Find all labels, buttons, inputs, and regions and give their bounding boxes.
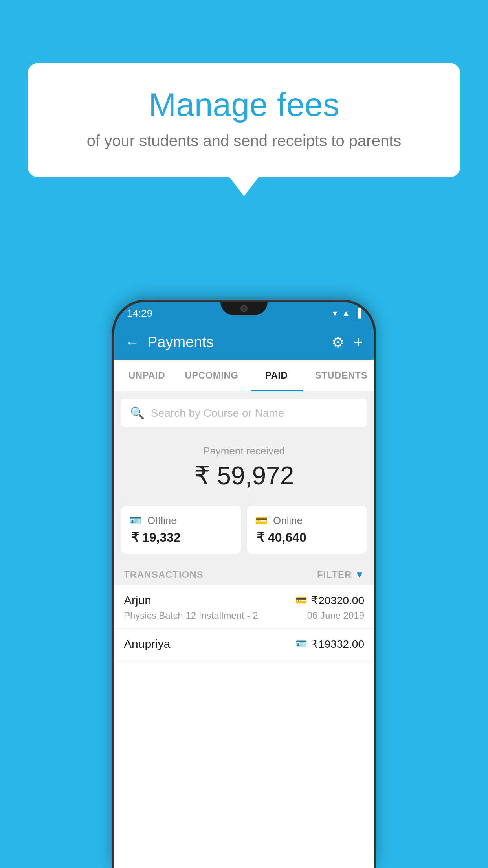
transaction-row1: Anupriya 🪪 ₹19332.00 xyxy=(124,637,364,651)
online-amount: ₹ 40,640 xyxy=(255,530,306,545)
wifi-icon: ▾ xyxy=(333,308,337,318)
search-bar[interactable]: 🔍 Search by Course or Name xyxy=(121,399,367,427)
status-bar: 14:29 ▾ ▲ ▐ xyxy=(114,302,374,325)
filter-icon: ▼ xyxy=(355,569,364,580)
course-info: Physics Batch 12 Installment - 2 xyxy=(124,610,258,621)
search-icon: 🔍 xyxy=(130,406,145,420)
cash-icon: 🪪 xyxy=(295,638,307,649)
transaction-date: 06 June 2019 xyxy=(307,610,364,621)
card-icon: 💳 xyxy=(295,595,307,606)
offline-icon: 🪪 xyxy=(129,515,142,527)
tab-unpaid[interactable]: UNPAID xyxy=(114,360,179,391)
back-button[interactable]: ← xyxy=(125,334,139,351)
transaction-row1: Arjun 💳 ₹20320.00 xyxy=(124,594,364,607)
bubble-subtitle: of your students and send receipts to pa… xyxy=(59,132,429,150)
online-label: Online xyxy=(273,515,303,527)
phone-frame: 14:29 ▾ ▲ ▐ ← Payments ⚙ + UNPAID UPCOMI… xyxy=(114,302,374,868)
bubble-title: Manage fees xyxy=(59,86,429,123)
transaction-amount: ₹19332.00 xyxy=(311,638,364,651)
signal-icon: ▲ xyxy=(342,308,350,318)
search-input[interactable]: Search by Course or Name xyxy=(151,407,284,419)
app-bar-title: Payments xyxy=(147,334,214,351)
app-bar: ← Payments ⚙ + xyxy=(114,325,374,360)
settings-button[interactable]: ⚙ xyxy=(332,334,344,351)
student-name: Anupriya xyxy=(124,637,170,651)
speech-bubble-container: Manage fees of your students and send re… xyxy=(28,63,460,177)
payment-received-label: Payment received xyxy=(125,445,363,457)
app-bar-actions: ⚙ + xyxy=(332,333,363,351)
online-icon: 💳 xyxy=(255,515,268,527)
status-time: 14:29 xyxy=(127,307,152,320)
payment-methods: 🪪 Offline ₹ 19,332 💳 Online ₹ 40,640 xyxy=(114,506,374,563)
tab-upcoming[interactable]: UPCOMING xyxy=(179,360,244,391)
offline-label: Offline xyxy=(147,515,177,527)
transaction-row2: Physics Batch 12 Installment - 2 06 June… xyxy=(124,610,364,621)
payment-amount: ₹ 59,972 xyxy=(125,461,363,490)
tab-students[interactable]: STUDENTS xyxy=(309,360,374,391)
student-name: Arjun xyxy=(124,594,151,607)
payment-summary: Payment received ₹ 59,972 xyxy=(114,434,374,506)
filter-label: FILTER xyxy=(317,569,352,580)
app-content: ← Payments ⚙ + UNPAID UPCOMING PAID STUD… xyxy=(114,325,374,868)
filter-button[interactable]: FILTER ▼ xyxy=(317,569,364,580)
tabs: UNPAID UPCOMING PAID STUDENTS xyxy=(114,360,374,392)
transactions-label: TRANSACTIONS xyxy=(124,569,204,580)
speech-bubble: Manage fees of your students and send re… xyxy=(28,63,460,177)
transaction-amount: ₹20320.00 xyxy=(311,594,364,607)
online-card: 💳 Online ₹ 40,640 xyxy=(247,506,367,554)
notch xyxy=(220,302,268,315)
transaction-list: Arjun 💳 ₹20320.00 Physics Batch 12 Insta… xyxy=(114,585,374,868)
main-area: 🔍 Search by Course or Name Payment recei… xyxy=(114,392,374,868)
amount-wrap: 🪪 ₹19332.00 xyxy=(295,638,364,651)
add-button[interactable]: + xyxy=(354,333,363,351)
tab-paid[interactable]: PAID xyxy=(244,360,309,391)
app-bar-left: ← Payments xyxy=(125,334,214,351)
transactions-header: TRANSACTIONS FILTER ▼ xyxy=(114,563,374,585)
table-row[interactable]: Arjun 💳 ₹20320.00 Physics Batch 12 Insta… xyxy=(114,585,374,629)
table-row[interactable]: Anupriya 🪪 ₹19332.00 xyxy=(114,629,374,661)
camera xyxy=(240,305,248,312)
online-header: 💳 Online xyxy=(255,515,303,527)
amount-wrap: 💳 ₹20320.00 xyxy=(295,594,364,607)
offline-card: 🪪 Offline ₹ 19,332 xyxy=(121,506,241,554)
battery-icon: ▐ xyxy=(355,308,361,318)
status-icons: ▾ ▲ ▐ xyxy=(333,308,361,318)
offline-amount: ₹ 19,332 xyxy=(129,530,181,545)
offline-header: 🪪 Offline xyxy=(129,515,177,527)
